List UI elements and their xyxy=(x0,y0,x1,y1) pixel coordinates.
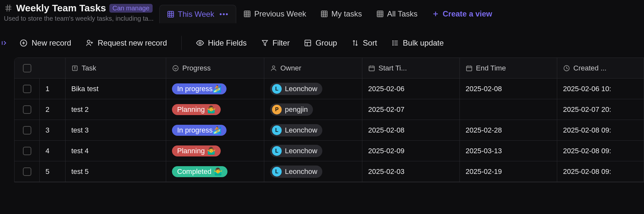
progress-badge: In progress🏄 xyxy=(172,83,226,94)
cell-owner[interactable]: LLeonchow xyxy=(264,79,362,99)
table-row[interactable]: 4test 4Planning 🤷‍♂️LLeonchow2025-02-092… xyxy=(15,141,644,161)
table-row[interactable]: 5test 5Completed 🤷‍♂️LLeonchow2025-02-03… xyxy=(15,161,644,182)
plus-circle-icon xyxy=(19,39,28,47)
cell-progress[interactable]: Planning 🤷‍♂️ xyxy=(166,141,264,161)
column-header-created[interactable]: Created ... xyxy=(557,58,644,78)
cell-task[interactable]: test 4 xyxy=(65,141,166,161)
filter-button[interactable]: Filter xyxy=(261,38,290,48)
view-tab-label: All Tasks xyxy=(387,9,418,18)
cell-end-time[interactable]: 2025-02-19 xyxy=(460,161,557,182)
row-checkbox-cell[interactable] xyxy=(15,161,40,182)
checkbox-icon[interactable] xyxy=(23,105,31,114)
view-tab-my-tasks[interactable]: My tasks xyxy=(313,5,369,23)
cell-start-time[interactable]: 2025-02-06 xyxy=(362,79,460,99)
owner-chip: LLeonchow xyxy=(270,124,322,136)
cell-progress[interactable]: In progress🏄 xyxy=(166,120,264,140)
cell-created[interactable]: 2025-02-06 10: xyxy=(557,79,644,99)
more-icon[interactable]: ••• xyxy=(219,10,229,18)
cell-task[interactable]: test 2 xyxy=(65,99,166,120)
cell-owner[interactable]: LLeonchow xyxy=(264,120,362,140)
svg-rect-9 xyxy=(244,11,250,17)
cell-created[interactable]: 2025-02-08 09: xyxy=(557,120,644,140)
hide-fields-button[interactable]: Hide Fields xyxy=(196,38,247,48)
cell-owner[interactable]: Ppengjin xyxy=(264,99,362,120)
grid-icon xyxy=(167,10,175,18)
cell-progress[interactable]: Planning 🤷‍♂️ xyxy=(166,99,264,120)
table-row[interactable]: 3test 3In progress🏄LLeonchow2025-02-0820… xyxy=(15,120,644,141)
bulk-update-label: Bulk update xyxy=(403,38,444,48)
owner-name: pengjin xyxy=(285,105,308,114)
svg-marker-34 xyxy=(262,40,267,46)
table-row[interactable]: 2test 2Planning 🤷‍♂️Ppengjin2025-02-0720… xyxy=(15,99,644,120)
cell-end-time[interactable] xyxy=(460,99,557,120)
cell-created[interactable]: 2025-02-08 09: xyxy=(557,161,644,182)
svg-point-41 xyxy=(393,41,393,41)
sort-icon xyxy=(351,39,359,47)
cell-owner[interactable]: LLeonchow xyxy=(264,141,362,161)
svg-rect-51 xyxy=(467,66,472,71)
checkbox-icon[interactable] xyxy=(23,64,31,72)
table-row[interactable]: 1Bika testIn progress🏄LLeonchow2025-02-0… xyxy=(15,79,644,99)
column-header-task[interactable]: Task xyxy=(65,58,166,78)
cell-start-time[interactable]: 2025-02-09 xyxy=(362,141,460,161)
cell-end-time[interactable]: 2025-02-28 xyxy=(460,120,557,140)
request-new-record-button[interactable]: Request new record xyxy=(86,38,167,48)
owner-name: Leonchow xyxy=(285,126,317,134)
page-subtitle: Used to store the team's weekly tasks, i… xyxy=(4,15,154,22)
sort-label: Sort xyxy=(363,38,377,48)
row-checkbox-cell[interactable] xyxy=(15,79,40,99)
checkbox-icon[interactable] xyxy=(23,85,31,93)
row-checkbox-cell[interactable] xyxy=(15,120,40,140)
view-tab-label: Previous Week xyxy=(254,9,306,18)
svg-line-3 xyxy=(9,5,10,12)
row-checkbox-cell[interactable] xyxy=(15,141,40,161)
cell-end-time[interactable]: 2025-02-08 xyxy=(460,79,557,99)
cell-progress[interactable]: In progress🏄 xyxy=(166,79,264,99)
cell-created[interactable]: 2025-02-07 20: xyxy=(557,99,644,120)
select-all-cell[interactable] xyxy=(15,58,40,78)
progress-badge: In progress🏄 xyxy=(172,125,226,136)
view-tab-previous-week[interactable]: Previous Week xyxy=(236,5,313,23)
checkbox-icon[interactable] xyxy=(23,147,31,155)
column-header-owner[interactable]: Owner xyxy=(264,58,362,78)
avatar: L xyxy=(272,167,282,177)
view-tab-all-tasks[interactable]: All Tasks xyxy=(369,5,425,23)
hide-fields-label: Hide Fields xyxy=(208,38,247,48)
row-checkbox-cell[interactable] xyxy=(15,99,40,120)
bulk-update-button[interactable]: Bulk update xyxy=(391,38,444,48)
new-record-button[interactable]: New record xyxy=(19,38,71,48)
expand-sidebar-icon[interactable] xyxy=(1,39,8,47)
view-tab-label: My tasks xyxy=(331,9,362,18)
owner-name: Leonchow xyxy=(285,167,317,176)
cell-start-time[interactable]: 2025-02-07 xyxy=(362,99,460,120)
sort-button[interactable]: Sort xyxy=(351,38,377,48)
create-view-button[interactable]: Create a view xyxy=(425,5,499,23)
grid-icon xyxy=(376,10,384,18)
view-tab-this-week[interactable]: This Week ••• xyxy=(159,5,236,23)
owner-name: Leonchow xyxy=(285,85,317,93)
cell-start-time[interactable]: 2025-02-08 xyxy=(362,120,460,140)
column-header-end-time[interactable]: End Time xyxy=(460,58,557,78)
column-header-progress[interactable]: Progress xyxy=(166,58,264,78)
cell-task[interactable]: test 5 xyxy=(65,161,166,182)
owner-chip: LLeonchow xyxy=(270,83,322,95)
cell-progress[interactable]: Completed 🤷‍♂️ xyxy=(166,161,264,182)
cell-start-time[interactable]: 2025-02-03 xyxy=(362,161,460,182)
group-button[interactable]: Group xyxy=(304,38,337,48)
cell-created[interactable]: 2025-02-08 09: xyxy=(557,141,644,161)
svg-point-45 xyxy=(173,65,178,71)
create-view-label: Create a view xyxy=(443,9,492,18)
cell-task[interactable]: test 3 xyxy=(65,120,166,140)
checkbox-icon[interactable] xyxy=(23,167,31,176)
column-header-start-time[interactable]: Start Ti... xyxy=(362,58,460,78)
group-label: Group xyxy=(316,38,337,48)
cell-end-time[interactable]: 2025-03-13 xyxy=(460,141,557,161)
avatar: L xyxy=(272,84,282,94)
eye-icon xyxy=(196,39,204,47)
cell-owner[interactable]: LLeonchow xyxy=(264,161,362,182)
grid-icon xyxy=(320,10,328,18)
page-title[interactable]: Weekly Team Tasks xyxy=(16,3,106,14)
checkbox-icon[interactable] xyxy=(23,126,31,134)
cell-task[interactable]: Bika test xyxy=(65,79,166,99)
permission-badge[interactable]: Can manage xyxy=(109,4,153,13)
